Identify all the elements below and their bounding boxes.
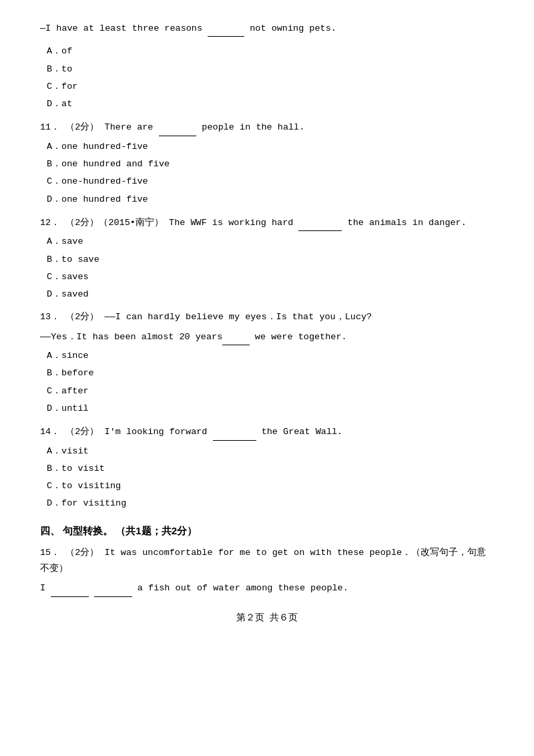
- q14-option-b: B．to visit: [40, 461, 494, 477]
- q10-option-b: B．to: [40, 61, 494, 77]
- intro-text: —I have at least three reasons not ownin…: [40, 23, 336, 33]
- q12-option-b: B．to save: [40, 252, 494, 268]
- q13-option-c: C．after: [40, 383, 494, 399]
- q11-option-d: D．one hundred five: [40, 192, 494, 208]
- q14-option-a: A．visit: [40, 443, 494, 459]
- q10-option-a: A．of: [40, 43, 494, 59]
- q13-option-a: A．since: [40, 348, 494, 364]
- q10-option-d: D．at: [40, 96, 494, 112]
- q13-option-d: D．until: [40, 401, 494, 417]
- page-content: —I have at least three reasons not ownin…: [40, 20, 494, 626]
- q13-dialog2: ——Yes．It has been almost 20 years we wer…: [40, 329, 494, 345]
- q12-option-d: D．saved: [40, 287, 494, 303]
- q14-option-d: D．for visiting: [40, 496, 494, 512]
- q13-option-b: B．before: [40, 365, 494, 381]
- intro-question: —I have at least three reasons not ownin…: [40, 20, 494, 37]
- q12-option-a: A．save: [40, 234, 494, 250]
- q11-question: 11． （2分） There are people in the hall.: [40, 119, 494, 136]
- q12-question: 12． （2分）（2015•南宁） The WWF is working har…: [40, 214, 494, 231]
- q11-option-b: B．one hundred and five: [40, 156, 494, 172]
- q10-option-c: C．for: [40, 79, 494, 95]
- q15-blank-line: I a fish out of water among these people…: [40, 580, 494, 596]
- q12-option-c: C．saves: [40, 269, 494, 285]
- q13-question: 13． （2分） ——I can hardly believe my eyes．…: [40, 309, 494, 325]
- page-footer: 第２页 共６页: [40, 610, 494, 626]
- q14-question: 14． （2分） I'm looking forward the Great W…: [40, 423, 494, 440]
- section4-header: 四、 句型转换。 （共1题；共2分）: [40, 522, 494, 540]
- q14-option-c: C．to visiting: [40, 478, 494, 494]
- q11-option-c: C．one-hundred-five: [40, 174, 494, 190]
- q15-question: 15． （2分） It was uncomfortable for me to …: [40, 545, 494, 578]
- q11-option-a: A．one hundred-five: [40, 139, 494, 155]
